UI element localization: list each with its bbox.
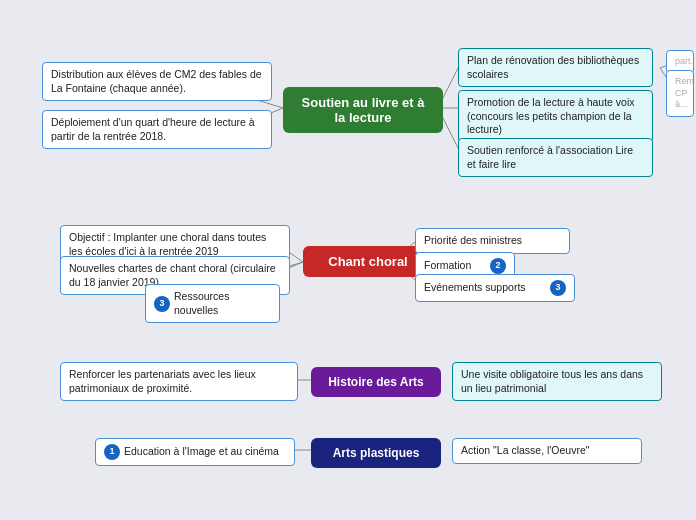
soutien-center[interactable]: Soutien au livre et à la lecture xyxy=(283,87,443,133)
badge-3-chant: 3 xyxy=(154,296,170,312)
chant-left-3: 3 Ressources nouvelles xyxy=(145,284,280,323)
arts-right-1: Action "La classe, l'Oeuvre" xyxy=(452,438,642,464)
soutien-right-2: Promotion de la lecture à haute voix (co… xyxy=(458,90,653,143)
chant-left-3-text: Ressources nouvelles xyxy=(174,290,271,317)
soutien-left-2: Déploiement d'un quart d'heure de lectur… xyxy=(42,110,272,149)
badge-2-chant: 2 xyxy=(490,258,506,274)
arts-left-1: 1 Education à l'Image et au cinéma xyxy=(95,438,295,466)
badge-1-arts: 1 xyxy=(104,444,120,460)
soutien-right-3: Soutien renforcé à l'association Lire et… xyxy=(458,138,653,177)
svg-line-2 xyxy=(442,68,458,100)
chant-right-3-text: Evénements supports xyxy=(424,281,526,295)
chant-right-1: Priorité des ministres xyxy=(415,228,570,254)
chant-right-3: Evénements supports 3 xyxy=(415,274,575,302)
soutien-left-1: Distribution aux élèves de CM2 des fable… xyxy=(42,62,272,101)
svg-line-4 xyxy=(442,116,458,148)
arts-center[interactable]: Arts plastiques xyxy=(311,438,441,468)
histoire-left-1: Renforcer les partenariats avec les lieu… xyxy=(60,362,298,401)
histoire-right-1: Une visite obligatoire tous les ans dans… xyxy=(452,362,662,401)
chant-center[interactable]: Chant choral xyxy=(303,246,433,277)
chant-right-2-text: Formation xyxy=(424,259,471,273)
arts-left-1-text: Education à l'Image et au cinéma xyxy=(124,445,279,459)
soutien-right-1: Plan de rénovation des bibliothèques sco… xyxy=(458,48,653,87)
histoire-center[interactable]: Histoire des Arts xyxy=(311,367,441,397)
badge-3-chant-r: 3 xyxy=(550,280,566,296)
soutien-partial-2: Rem... CP à... xyxy=(666,70,694,117)
